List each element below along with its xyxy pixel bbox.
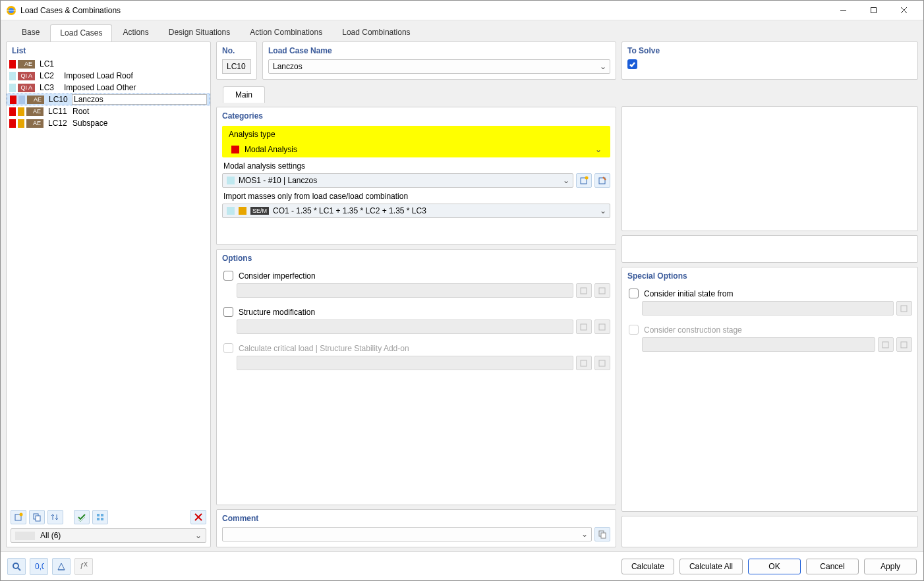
consider-imperfection-checkbox[interactable] bbox=[223, 271, 233, 281]
construction-stage-combo-row bbox=[627, 337, 912, 352]
tab-load-combinations[interactable]: Load Combinations bbox=[333, 24, 419, 42]
svg-rect-12 bbox=[101, 514, 103, 516]
sort-button[interactable] bbox=[47, 510, 63, 524]
no-input[interactable]: LC10 bbox=[222, 59, 251, 74]
import-masses-combo[interactable]: SE/M CO1 - 1.35 * LC1 + 1.35 * LC2 + 1.3… bbox=[222, 204, 610, 218]
panels: List AE LC1 QI A LC2 Imposed Load Roof bbox=[6, 42, 918, 547]
modal-settings-row: MOS1 - #10 | Lanczos ⌄ bbox=[222, 173, 610, 188]
initial-state-label: Consider initial state from bbox=[644, 289, 733, 298]
modal-settings-value: MOS1 - #10 | Lanczos bbox=[239, 176, 561, 185]
color-swatch bbox=[239, 207, 246, 215]
to-solve-label: To Solve bbox=[627, 45, 912, 59]
option-structure-modification: Structure modification bbox=[222, 304, 610, 319]
import-badge: SE/M bbox=[250, 207, 269, 215]
structure-modification-label: Structure modification bbox=[239, 308, 315, 317]
list-item[interactable]: QI A LC3 Imposed Load Other bbox=[7, 82, 210, 94]
new-button[interactable] bbox=[11, 510, 26, 524]
edit-button-disabled bbox=[896, 337, 912, 352]
inner-tabs: Main bbox=[216, 84, 616, 103]
import-value: CO1 - 1.35 * LC1 + 1.35 * LC2 + 1.35 * L… bbox=[273, 206, 598, 215]
construction-stage-label: Consider construction stage bbox=[644, 325, 742, 335]
titlebar: Load Cases & Combinations bbox=[1, 1, 923, 20]
delete-button[interactable] bbox=[190, 510, 206, 524]
imperfection-combo-row bbox=[222, 283, 610, 298]
color-swatch-2 bbox=[18, 107, 24, 116]
chevron-down-icon: ⌄ bbox=[579, 530, 590, 539]
window-title: Load Cases & Combinations bbox=[20, 6, 828, 15]
color-swatch-2 bbox=[18, 96, 25, 104]
list-item[interactable]: AE LC1 bbox=[7, 58, 210, 70]
app-window: Load Cases & Combinations Base Load Case… bbox=[0, 0, 924, 581]
apply-button[interactable]: Apply bbox=[864, 559, 917, 574]
list-item[interactable]: QI A LC2 Imposed Load Roof bbox=[7, 70, 210, 82]
construction-stage-input bbox=[642, 337, 875, 352]
new-settings-button[interactable] bbox=[576, 173, 592, 188]
chevron-down-icon: ⌄ bbox=[598, 206, 608, 215]
svg-point-8 bbox=[20, 513, 23, 516]
comment-combo[interactable]: ⌄ bbox=[222, 527, 592, 541]
list-item-selected[interactable]: AE LC10 Lanczos bbox=[7, 94, 210, 105]
calculate-button[interactable]: Calculate bbox=[621, 559, 674, 574]
to-solve-box: To Solve bbox=[621, 42, 918, 80]
svg-text:x: x bbox=[84, 561, 88, 568]
analysis-type-highlight: Analysis type Modal Analysis ⌄ bbox=[222, 126, 610, 157]
tab-action-combinations[interactable]: Action Combinations bbox=[241, 24, 332, 42]
list-item[interactable]: AE LC12 Subspace bbox=[7, 117, 210, 129]
edit-button-disabled bbox=[896, 301, 912, 316]
search-icon-button[interactable] bbox=[7, 558, 26, 575]
name-label: Load Case Name bbox=[268, 45, 610, 59]
units-button[interactable]: 0,00 bbox=[30, 558, 48, 575]
calculate-all-button[interactable]: Calculate All bbox=[679, 559, 743, 574]
import-masses-label: Import masses only from load case/load c… bbox=[222, 188, 610, 204]
comment-edit-button[interactable] bbox=[594, 527, 610, 541]
edit-button-disabled bbox=[594, 319, 610, 334]
function-icon-button[interactable]: fx bbox=[74, 558, 93, 575]
minimize-button[interactable] bbox=[828, 1, 857, 20]
category-badge: QI A bbox=[18, 84, 35, 92]
structure-modification-checkbox[interactable] bbox=[223, 307, 233, 317]
new-button-disabled bbox=[878, 337, 894, 352]
tab-design-situations[interactable]: Design Situations bbox=[159, 24, 239, 42]
select-all-button[interactable] bbox=[74, 510, 90, 524]
edit-button-disabled bbox=[594, 283, 610, 298]
tab-actions[interactable]: Actions bbox=[113, 24, 158, 42]
initial-state-checkbox[interactable] bbox=[629, 289, 639, 298]
edit-settings-button[interactable] bbox=[594, 173, 610, 188]
svg-rect-21 bbox=[599, 288, 605, 294]
svg-text:0,00: 0,00 bbox=[35, 562, 44, 571]
tab-load-cases[interactable]: Load Cases bbox=[50, 24, 112, 42]
modal-settings-label: Modal analysis settings bbox=[222, 157, 610, 173]
svg-point-18 bbox=[585, 177, 589, 180]
svg-line-32 bbox=[18, 568, 20, 570]
list-item[interactable]: AE LC11 Root bbox=[7, 105, 210, 117]
option-calculate-critical: Calculate critical load | Structure Stab… bbox=[222, 341, 610, 356]
analysis-type-combo[interactable]: Modal Analysis ⌄ bbox=[227, 142, 605, 157]
to-solve-checkbox[interactable] bbox=[627, 59, 637, 69]
modal-settings-combo[interactable]: MOS1 - #10 | Lanczos ⌄ bbox=[222, 173, 573, 188]
footer-buttons: Calculate Calculate All OK Cancel Apply bbox=[621, 559, 917, 574]
structure-icon-button[interactable] bbox=[52, 558, 71, 575]
color-swatch bbox=[9, 119, 16, 128]
ok-button[interactable]: OK bbox=[748, 559, 801, 574]
name-combo[interactable]: Lanczos ⌄ bbox=[268, 59, 610, 74]
svg-rect-10 bbox=[36, 516, 40, 521]
load-cases-list[interactable]: AE LC1 QI A LC2 Imposed Load Roof QI A L… bbox=[7, 58, 210, 507]
empty-group-2 bbox=[621, 235, 918, 263]
lc-name: Root bbox=[71, 107, 89, 116]
color-swatch bbox=[9, 84, 16, 92]
comment-title: Comment bbox=[222, 512, 610, 527]
chevron-down-icon: ⌄ bbox=[598, 62, 608, 71]
copy-button[interactable] bbox=[29, 510, 45, 524]
new-button-disabled bbox=[576, 319, 592, 334]
deselect-button[interactable] bbox=[92, 510, 108, 524]
close-button[interactable] bbox=[889, 1, 918, 20]
lc-name-input[interactable]: Lanczos bbox=[72, 94, 207, 105]
cancel-button[interactable]: Cancel bbox=[806, 559, 859, 574]
special-options-title: Special Options bbox=[627, 270, 912, 286]
option-initial-state: Consider initial state from bbox=[627, 286, 912, 301]
tab-main[interactable]: Main bbox=[223, 86, 265, 103]
tab-base[interactable]: Base bbox=[13, 24, 49, 42]
list-filter-combo[interactable]: All (6) ⌄ bbox=[11, 528, 206, 543]
empty-group-3 bbox=[621, 516, 918, 547]
maximize-button[interactable] bbox=[859, 1, 888, 20]
